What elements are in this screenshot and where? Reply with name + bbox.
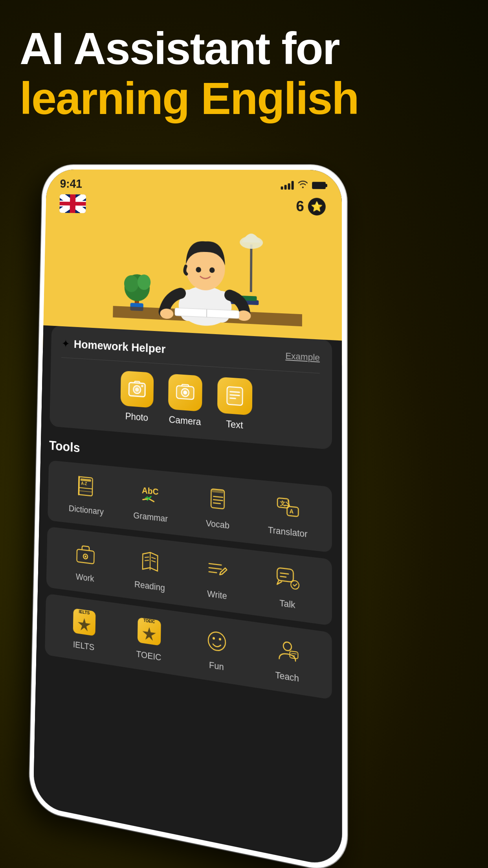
tool-translator[interactable]: 文 A Translator	[252, 489, 324, 542]
fun-icon	[203, 625, 230, 658]
dictionary-icon: A-Z	[74, 472, 99, 502]
tools-section: Tools A-Z	[37, 425, 342, 701]
tool-ielts[interactable]: IELTS IELTS	[52, 604, 116, 656]
tool-vocab[interactable]: Vocab	[184, 483, 253, 534]
text-icon	[217, 377, 252, 416]
tool-talk[interactable]: Talk	[252, 560, 324, 614]
language-flag[interactable]	[59, 194, 86, 213]
translator-icon: 文 A	[273, 491, 302, 523]
reading-label: Reading	[134, 579, 165, 594]
svg-line-38	[79, 477, 79, 495]
photo-label: Photo	[125, 410, 148, 423]
tool-work[interactable]: Work	[53, 537, 117, 587]
grammar-icon: AbC	[138, 478, 164, 509]
phone-device: 9:41	[29, 165, 347, 868]
svg-line-30	[230, 392, 240, 392]
ielts-label: IELTS	[73, 639, 95, 653]
talk-icon	[273, 563, 301, 596]
svg-line-54	[209, 568, 221, 569]
status-icons	[281, 180, 326, 191]
svg-line-43	[213, 500, 223, 500]
svg-rect-57	[277, 568, 293, 582]
svg-rect-0	[59, 194, 86, 213]
hw-title: ✦ Homework Helper	[62, 337, 166, 356]
grammar-label: Grammar	[133, 510, 168, 524]
svg-line-52	[150, 552, 150, 570]
hw-title-text: Homework Helper	[74, 338, 166, 356]
vocab-icon	[204, 485, 231, 516]
tool-dictionary[interactable]: A-Z Dictionary	[55, 470, 118, 519]
svg-text:A-Z: A-Z	[81, 481, 87, 486]
sparkle-icon: ✦	[62, 337, 70, 350]
camera-label: Camera	[169, 414, 201, 428]
text-label: Text	[226, 418, 243, 431]
svg-line-53	[209, 564, 221, 565]
photo-icon	[120, 371, 154, 408]
work-icon	[73, 539, 98, 570]
write-label: Write	[207, 588, 227, 602]
toeic-icon: TOEIC	[136, 616, 163, 648]
tool-write[interactable]: Write	[183, 552, 252, 605]
phone-wrapper: 9:41	[28, 165, 488, 868]
work-label: Work	[76, 572, 94, 584]
svg-line-55	[209, 572, 216, 572]
hero-line1: AI Assistant for	[20, 24, 468, 74]
svg-text:AbC: AbC	[141, 485, 158, 497]
example-link[interactable]: Example	[285, 351, 320, 363]
hw-card-header: ✦ Homework Helper Example	[62, 337, 320, 365]
svg-rect-29	[227, 387, 243, 406]
hw-text-button[interactable]: Text	[217, 377, 253, 432]
svg-line-32	[230, 398, 236, 399]
ielts-icon: IELTS	[71, 607, 97, 638]
translator-label: Translator	[268, 524, 308, 540]
svg-text:文: 文	[280, 500, 285, 507]
svg-text:A: A	[289, 508, 294, 515]
status-bar: 9:41	[46, 169, 342, 193]
status-time: 9:41	[60, 177, 82, 191]
teach-label: Teach	[275, 669, 299, 684]
svg-point-60	[291, 580, 299, 590]
svg-line-59	[280, 576, 286, 577]
toeic-label: TOEIC	[136, 649, 161, 663]
teach-icon	[273, 634, 302, 668]
write-icon	[204, 554, 231, 587]
battery-icon	[312, 182, 326, 189]
svg-line-1	[251, 245, 251, 292]
hw-buttons: Photo Camera	[60, 367, 320, 437]
tool-reading[interactable]: Reading	[117, 544, 183, 596]
tool-teach[interactable]: Teach	[251, 632, 324, 688]
svg-line-36	[79, 487, 92, 489]
svg-line-37	[79, 491, 92, 492]
svg-point-63	[218, 638, 221, 640]
svg-line-58	[280, 573, 288, 574]
hero-section: AI Assistant for learning English	[20, 24, 468, 123]
hero-line2: learning English	[20, 74, 468, 123]
tool-fun[interactable]: Fun	[182, 622, 252, 677]
svg-line-42	[213, 497, 223, 497]
phone-screen: 9:41	[33, 169, 342, 868]
svg-point-61	[208, 631, 225, 652]
wifi-icon	[298, 180, 308, 190]
hw-photo-button[interactable]: Photo	[120, 371, 154, 424]
reading-icon	[137, 546, 163, 578]
svg-point-62	[213, 637, 215, 640]
svg-line-44	[213, 503, 220, 504]
svg-line-66	[291, 653, 296, 654]
dictionary-label: Dictionary	[69, 503, 104, 517]
hw-camera-button[interactable]: Camera	[168, 374, 202, 428]
tool-grammar[interactable]: AbC Grammar	[118, 476, 184, 526]
fun-label: Fun	[209, 660, 224, 673]
tool-toeic[interactable]: TOEIC TOEIC	[116, 613, 183, 666]
svg-point-51	[84, 555, 86, 558]
signal-icon	[281, 181, 294, 189]
svg-point-64	[283, 642, 292, 651]
vocab-label: Vocab	[206, 518, 229, 531]
svg-line-31	[230, 395, 240, 395]
camera-icon	[168, 374, 202, 412]
talk-label: Talk	[279, 598, 295, 611]
